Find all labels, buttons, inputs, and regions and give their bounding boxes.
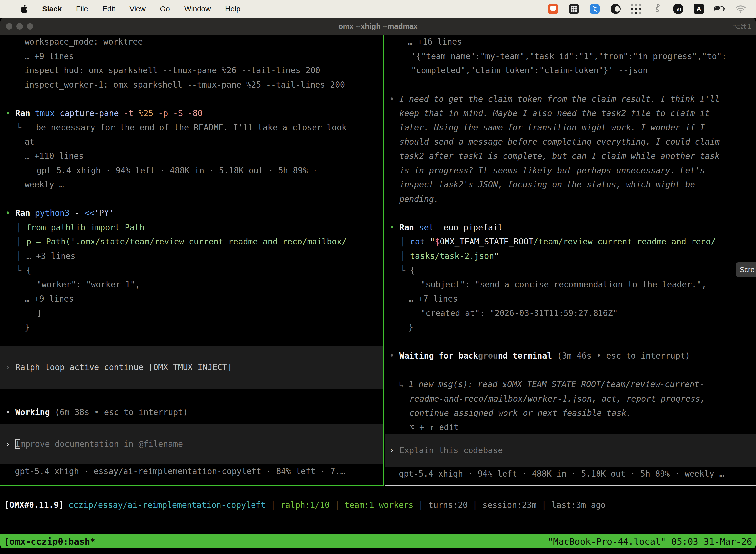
omx-status-line: [OMX#0.11.9] cczip/essay/ai-reimplementa… [4, 498, 606, 512]
text-segment: } [408, 322, 414, 332]
text-segment: │ [16, 251, 26, 261]
terminal-line: … +110 lines [0, 149, 383, 163]
text-segment: " [430, 237, 435, 246]
text-cursor: I [15, 439, 20, 449]
wifi-icon[interactable] [735, 3, 746, 14]
text-segment: -t [124, 108, 139, 118]
dark-circle-icon[interactable] [610, 3, 621, 14]
terminal-line: … +7 lines [385, 292, 756, 306]
terminal-output: … +16 lines'{"team_name":"my-team","task… [385, 35, 756, 78]
terminal-line: • Waiting for background terminal (3m 46… [385, 349, 756, 363]
prompt-input-left[interactable]: › Improve documentation in @filename [0, 424, 383, 464]
screen-recording-icon[interactable] [548, 3, 559, 14]
text-segment: /team/review-current-readme-and-reco/ [533, 237, 715, 246]
text-segment: '{"team_name":"my-team","task_id":"1","f… [411, 51, 727, 61]
terminal-line: … +9 lines [0, 292, 383, 306]
blank-line [385, 78, 756, 92]
text-segment: │ [16, 223, 26, 232]
terminal-line: keep that in mind. Maybe I also need the… [385, 106, 756, 121]
tool-call-python: • Ran python3 - <<'PY'│ from pathlib imp… [0, 206, 383, 335]
terminal-line: │ cat "$OMX_TEAM_STATE_ROOT/team/review-… [385, 234, 756, 249]
text-segment: } [24, 322, 29, 332]
figure-icon[interactable] [652, 3, 663, 14]
blank-line [385, 363, 756, 378]
text-segment: … +3 lines [26, 251, 76, 261]
text-segment: python3 [35, 208, 74, 218]
text-segment: cat [410, 237, 430, 246]
terminal-output: workspace_mode: worktree… +9 linesinspec… [0, 35, 383, 92]
menu-item-help[interactable]: Help [225, 5, 241, 13]
apple-menu-icon[interactable] [19, 4, 28, 14]
text-segment: • [389, 94, 399, 104]
terminal-line: "subject": "send a concise recommendatio… [385, 277, 756, 292]
menu-item-file[interactable]: File [76, 5, 88, 13]
terminal-line: • I need to get the claim token from the… [385, 92, 756, 106]
text-segment: … +7 lines [408, 294, 458, 303]
blue-app-icon[interactable] [589, 3, 600, 14]
menu-item-edit[interactable]: Edit [103, 5, 115, 13]
text-segment: › [5, 439, 15, 449]
terminal-line[interactable]: › Explain this codebase [385, 443, 756, 458]
menu-item-view[interactable]: View [129, 5, 145, 13]
terminal-window: omx --xhigh --madmax ⌥⌘1 workspace_mode:… [0, 18, 756, 549]
separator: | [330, 500, 344, 510]
terminal-line: "completed","claim_token":"claim-token"}… [385, 63, 756, 78]
minimize-window-button[interactable] [16, 23, 23, 30]
window-title-bar[interactable]: omx --xhigh --madmax ⌥⌘1 [0, 18, 756, 35]
text-segment: ⌥ + ↑ edit [410, 423, 459, 432]
terminal-line: inspect_worker-1: omx sparkshell --tmux-… [0, 78, 383, 92]
tmux-host-and-time: "MacBook-Pro-44.local" 05:03 31-Mar-26 [548, 536, 752, 547]
terminal-line: ↳ 1 new msg(s): read $OMX_TEAM_STATE_ROO… [385, 377, 756, 392]
menu-item-window[interactable]: Window [184, 5, 211, 13]
terminal-line: continue assigned work or next feasible … [385, 406, 756, 420]
text-segment: Ran [399, 223, 419, 232]
omx-session: session:23m [483, 500, 537, 510]
left-terminal-pane[interactable]: workspace_mode: worktree… +9 linesinspec… [0, 35, 384, 486]
terminal-line: should send a message before completing … [385, 135, 756, 149]
input-source-icon[interactable]: A [693, 3, 704, 14]
text-segment: workspace_mode: worktree [24, 37, 143, 47]
separator: | [537, 500, 552, 510]
text-segment: nd terminal [498, 351, 557, 361]
tool-call-tmux: • Ran tmux capture-pane -t %25 -p -S -80… [0, 106, 383, 192]
text-segment: › [389, 446, 399, 455]
active-app-menu[interactable]: Slack [42, 5, 62, 13]
blank-line [385, 206, 756, 220]
text-segment: at [24, 137, 35, 147]
keyboard-grid-icon[interactable] [568, 3, 579, 14]
terminal-line: gpt-5.4 xhigh · 94% left · 488K in · 5.1… [385, 466, 756, 481]
close-window-button[interactable] [6, 23, 12, 30]
tmux-session-name[interactable]: [omx-cczip0:bash* [4, 536, 95, 547]
text-segment: ] [37, 308, 42, 318]
prompt-input-right[interactable]: › Explain this codebase [385, 434, 756, 466]
text-segment: "created_at": "2026-03-31T11:59:27.816Z" [421, 308, 618, 318]
terminal-line: • Working (6m 38s • esc to interrupt) [0, 405, 383, 420]
terminal-line: at [0, 135, 383, 149]
text-segment: tasks/task-2.json [410, 251, 494, 261]
right-terminal-pane[interactable]: … +16 lines'{"team_name":"my-team","task… [385, 35, 756, 486]
terminal-line: │ tasks/task-2.json" [385, 249, 756, 263]
battery-icon[interactable] [714, 3, 725, 14]
terminal-line: weekly … [0, 177, 383, 192]
terminal-line: ⌥ + ↑ edit [385, 420, 756, 435]
terminal-line: inspect task2's JSON, focusing on the st… [385, 177, 756, 192]
macos-menu-bar: Slack File Edit View Go Window Help ..61… [0, 0, 756, 18]
waiting-status: • Waiting for background terminal (3m 46… [385, 349, 756, 363]
terminal-line: • Ran set -euo pipefail [385, 220, 756, 235]
terminal-line: '{"team_name":"my-team","task_id":"1","f… [385, 49, 756, 63]
terminal-line: is in progress? It seems likely but perh… [385, 163, 756, 178]
text-segment: "worker": "worker-1", [37, 280, 140, 289]
badge-61-icon[interactable]: ..61 [673, 3, 684, 14]
blank-line [0, 192, 383, 206]
dots-grid-icon[interactable] [631, 3, 642, 14]
pane-status-line: gpt-5.4 xhigh · 94% left · 488K in · 5.1… [385, 466, 756, 481]
text-segment: • [5, 208, 15, 218]
working-status: • Working (6m 38s • esc to interrupt) [0, 405, 383, 420]
terminal-line[interactable]: › Improve documentation in @filename [0, 437, 383, 451]
separator: | [414, 500, 428, 510]
pane-status-line: gpt-5.4 xhigh · essay/ai-reimplementatio… [0, 464, 383, 479]
text-segment: pending. [399, 194, 439, 204]
terminal-line: └ be necessary for the end of the README… [0, 120, 383, 135]
menu-item-go[interactable]: Go [160, 5, 170, 13]
zoom-window-button[interactable] [27, 23, 33, 30]
